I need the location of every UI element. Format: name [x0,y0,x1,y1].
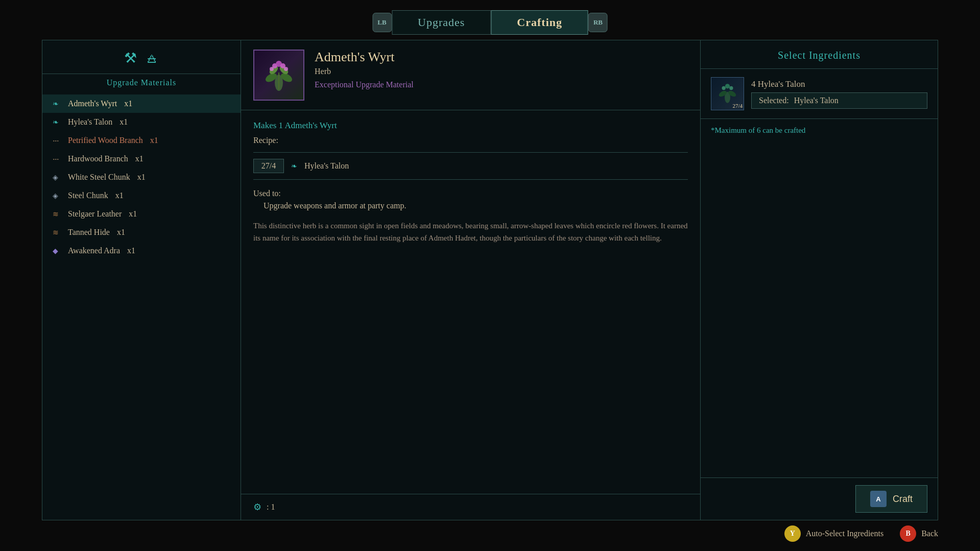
left-panel-header: ⚒ 🜁 [42,40,241,74]
back-action[interactable]: B Back [900,525,938,542]
used-to-title: Used to: [253,189,688,198]
item-quantity: x1 [135,154,144,163]
list-item[interactable]: ❧ Hylea's Talon x1 [42,113,241,131]
branch-icon: 𝌀 [53,155,63,163]
item-image [253,50,304,101]
select-ingredients-title: Select Ingredients [701,50,938,61]
item-name: Hardwood Branch [68,154,128,163]
mid-footer: ⚙ : 1 [241,494,700,520]
svg-point-14 [722,86,726,90]
gem-icon: ◆ [53,247,63,255]
ingredient-count-overlay: 27/4 [732,103,743,109]
craft-button[interactable]: A Craft [855,485,927,513]
item-quantity: x1 [150,136,158,145]
hide-icon: ≋ [53,210,63,219]
upgrade-materials-title: Upgrade Materials [42,74,241,89]
item-name: Hylea's Talon [68,117,112,127]
right-panel: Select Ingredients 27/4 4 Hylea's Talon … [701,40,938,520]
mid-content: Makes 1 Admeth's Wyrt Recipe: 27/4 ❧ Hyl… [241,110,700,494]
top-navigation: LB Upgrades Crafting RB [372,0,608,35]
auto-select-label: Auto-Select Ingredients [806,529,883,538]
ingredient-required: 4 Hylea's Talon [751,79,927,89]
used-to-section: Used to: Upgrade weapons and armor at pa… [253,189,688,210]
item-detail-header: Admeth's Wyrt Herb Exceptional Upgrade M… [241,40,700,110]
recipe-count: 27/4 [253,159,284,173]
ingredient-selected: Selected: Hylea's Talon [751,92,927,109]
list-item[interactable]: 𝌀 Petrified Wood Branch x1 [42,131,241,150]
metal-icon: ◈ [53,173,63,182]
main-layout: ⚒ 🜁 Upgrade Materials ❧ Admeth's Wyrt x1… [42,40,938,520]
recipe-divider [253,152,688,153]
b-button-icon: B [900,525,916,542]
ingredient-slot[interactable]: 27/4 4 Hylea's Talon Selected: Hylea's T… [701,69,938,119]
right-panel-header: Select Ingredients [701,40,938,69]
recipe-item: 27/4 ❧ Hylea's Talon [253,159,688,173]
back-label: Back [921,529,938,538]
svg-point-9 [284,67,288,71]
branch-icon: 𝌀 [53,136,63,145]
item-rarity: Exceptional Upgrade Material [315,80,688,89]
selected-value: Hylea's Talon [794,96,839,105]
item-quantity: x1 [137,173,146,182]
list-item[interactable]: ◈ Steel Chunk x1 [42,186,241,205]
anvil-icon: ⚒ [124,50,137,66]
item-quantity: x1 [119,117,128,127]
item-quantity: x1 [115,191,124,200]
mid-panel: Admeth's Wyrt Herb Exceptional Upgrade M… [241,40,701,520]
item-list: ❧ Admeth's Wyrt x1 ❧ Hylea's Talon x1 𝌀 … [42,89,241,265]
item-quantity: x1 [117,228,125,237]
recipe-item-icon: ❧ [291,162,297,171]
list-item[interactable]: ≋ Stelgaer Leather x1 [42,205,241,223]
max-craft-suffix: can be crafted [761,126,806,134]
lb-bumper[interactable]: LB [372,13,392,32]
currency-count: : 1 [267,502,275,512]
makes-label: Makes 1 Admeth's Wyrt [253,121,688,131]
craft-button-label: Craft [893,494,913,505]
mortar-icon: 🜁 [145,50,159,66]
item-name: Tanned Hide [68,228,110,237]
bottom-bar: Y Auto-Select Ingredients B Back [784,525,938,542]
item-quantity: x1 [124,99,132,108]
right-footer: A Craft [701,477,938,520]
list-item[interactable]: ❧ Admeth's Wyrt x1 [42,94,241,113]
item-name: Stelgaer Leather [68,209,122,219]
metal-icon: ◈ [53,191,63,200]
item-name: Petrified Wood Branch [68,136,143,145]
item-detail-name: Admeth's Wyrt [315,50,688,65]
item-name: Awakened Adra [68,246,120,255]
hide-icon: ≋ [53,228,63,237]
item-info: Admeth's Wyrt Herb Exceptional Upgrade M… [315,50,688,89]
svg-point-16 [729,86,733,90]
ingredient-image: 27/4 [711,77,744,110]
left-panel: ⚒ 🜁 Upgrade Materials ❧ Admeth's Wyrt x1… [42,40,241,520]
max-craft-text: *Maximum of 6 can be crafted [701,119,938,142]
recipe-label: Recipe: [253,136,688,145]
item-name: Steel Chunk [68,191,108,200]
svg-point-15 [725,84,730,88]
list-item[interactable]: ◈ White Steel Chunk x1 [42,168,241,186]
max-craft-number: 6 [757,126,761,134]
leaf-icon: ❧ [53,118,63,127]
upgrades-tab[interactable]: Upgrades [392,10,491,35]
recipe-item-name: Hylea's Talon [304,161,349,171]
item-quantity: x1 [127,246,135,255]
used-to-text: Upgrade weapons and armor at party camp. [253,201,688,210]
y-button-icon: Y [784,525,801,542]
auto-select-action[interactable]: Y Auto-Select Ingredients [784,525,883,542]
list-item[interactable]: ◆ Awakened Adra x1 [42,242,241,260]
list-item[interactable]: ≋ Tanned Hide x1 [42,223,241,242]
craft-key-icon: A [870,491,887,507]
ingredient-info: 4 Hylea's Talon Selected: Hylea's Talon [751,79,927,109]
item-quantity: x1 [129,209,137,219]
currency-icon: ⚙ [253,501,261,513]
selected-label: Selected: [759,96,789,105]
list-item[interactable]: 𝌀 Hardwood Branch x1 [42,150,241,168]
leaf-icon: ❧ [53,100,63,108]
crafting-tab[interactable]: Crafting [491,10,588,35]
item-type: Herb [315,67,688,76]
svg-point-8 [270,67,274,71]
item-description: This distinctive herb is a common sight … [253,220,688,244]
item-name: Admeth's Wyrt [68,99,117,108]
rb-bumper[interactable]: RB [588,13,608,32]
section-divider [253,179,688,180]
